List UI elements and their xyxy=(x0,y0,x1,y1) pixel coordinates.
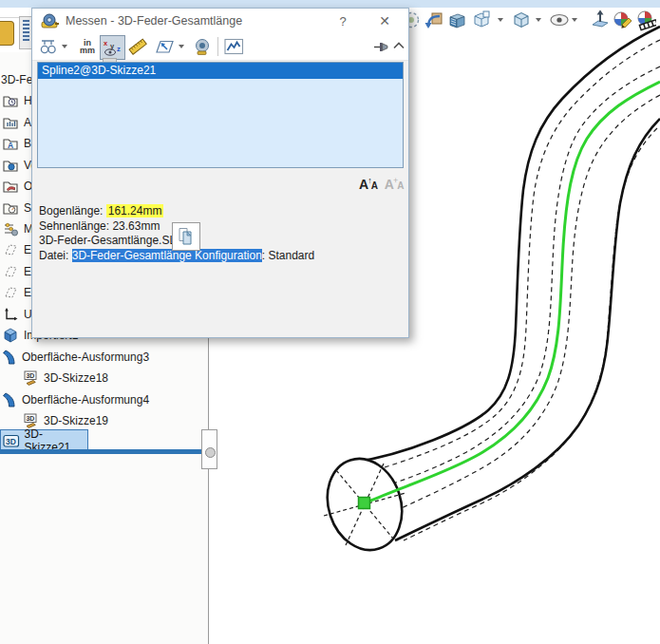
measured-spline[interactable] xyxy=(368,82,660,502)
tree-item-surface-loft4[interactable]: Oberfläche-Ausformung4 xyxy=(3,391,149,407)
tree-item-3d-sketch18[interactable]: 3D-Skizze18 xyxy=(24,369,108,386)
surface-loft-icon xyxy=(3,350,16,365)
arc-length-value[interactable]: 161.24mm xyxy=(106,204,164,218)
svg-text:x: x xyxy=(104,39,108,47)
plane-icon xyxy=(3,285,18,300)
spline-endpoint-marker[interactable] xyxy=(359,498,370,509)
pin-button[interactable] xyxy=(372,38,389,55)
measure-device-icon xyxy=(193,37,214,56)
xyz-icon: xyz xyxy=(103,39,123,57)
tree-item-3d-sketch19[interactable]: 3D-Skizze19 xyxy=(24,412,108,428)
decrease-font-button[interactable]: A+A xyxy=(385,177,405,191)
history-folder-icon xyxy=(3,93,18,108)
units-precision-button[interactable]: inmm xyxy=(76,35,99,58)
create-sensor-button[interactable] xyxy=(222,35,245,58)
arc-measure-dropdown[interactable] xyxy=(62,45,67,48)
notes-folder-icon xyxy=(3,115,18,130)
sensors-folder-icon xyxy=(3,200,18,216)
caliper-icon xyxy=(38,37,59,56)
copy-results-button[interactable] xyxy=(172,222,200,251)
tree-item-3d-sketch21-selected[interactable]: 3D 3D-Skizze21 xyxy=(0,429,88,451)
measure-tape-icon xyxy=(41,12,59,29)
close-button[interactable]: ✕ xyxy=(376,12,393,29)
collapse-button[interactable] xyxy=(391,39,406,54)
toolbar-separator xyxy=(217,37,218,56)
origin-axes-icon xyxy=(3,307,18,322)
3d-box-icon: 3D xyxy=(3,433,20,448)
svg-text:z: z xyxy=(117,45,121,53)
plane-icon xyxy=(3,264,18,279)
projection-plane-icon xyxy=(155,38,176,56)
ruler-icon xyxy=(128,37,148,56)
measure-dialog: Messen - 3D-Feder-Gesamtlänge ? ✕ inmm x… xyxy=(31,8,409,338)
font-size-buttons: A↑A A+A xyxy=(359,177,404,191)
material-icon xyxy=(3,221,18,237)
tree-item-surface-loft3[interactable]: Oberfläche-Ausformung3 xyxy=(3,349,149,365)
arc-circle-measurements-button[interactable] xyxy=(36,35,60,58)
show-xyz-measurements-button[interactable]: xyz xyxy=(100,35,125,60)
chevron-up-icon xyxy=(391,39,406,52)
svg-text:A: A xyxy=(8,140,13,149)
rollback-handle[interactable] xyxy=(205,447,216,458)
selected-entity[interactable]: Spline2@3D-Skizze21 xyxy=(38,63,403,79)
surface-bodies-folder-icon xyxy=(3,179,18,194)
svg-text:3D: 3D xyxy=(6,436,16,445)
imported-body-icon xyxy=(3,328,18,343)
plane-icon xyxy=(3,242,18,257)
projected-on-dropdown[interactable] xyxy=(179,45,184,48)
chord-length-value: 23.63mm xyxy=(112,219,160,233)
dialog-title: Messen - 3D-Feder-Gesamtlänge xyxy=(66,14,242,28)
units-icon: inmm xyxy=(80,39,95,54)
dialog-titlebar[interactable]: Messen - 3D-Feder-Gesamtlänge xyxy=(32,9,408,33)
measure-selection-list[interactable]: Spline2@3D-Skizze21 xyxy=(37,62,404,168)
pin-icon xyxy=(373,41,389,53)
help-button[interactable]: ? xyxy=(334,12,351,29)
projected-on-button[interactable] xyxy=(154,35,177,58)
point-to-point-button[interactable] xyxy=(126,35,149,58)
selected-config-text[interactable]: 3D-Feder-Gesamtlänge Konfiguration xyxy=(72,249,262,262)
solid-bodies-folder-icon xyxy=(3,158,18,173)
measure-toolbar: inmm xyz xyxy=(32,33,408,61)
3d-sketch-icon xyxy=(24,413,38,428)
sensor-chart-icon xyxy=(224,38,244,55)
3d-sketch-icon xyxy=(24,370,38,386)
surface-loft-icon xyxy=(3,392,16,407)
letter-a-folder-icon: A xyxy=(3,136,18,151)
arc-length-line: Bogenlänge: 161.24mm xyxy=(39,204,314,219)
measurement-history-button[interactable] xyxy=(192,35,215,58)
rollback-bar[interactable] xyxy=(0,449,202,454)
copy-icon xyxy=(178,227,195,246)
increase-font-button[interactable]: A↑A xyxy=(359,177,378,191)
